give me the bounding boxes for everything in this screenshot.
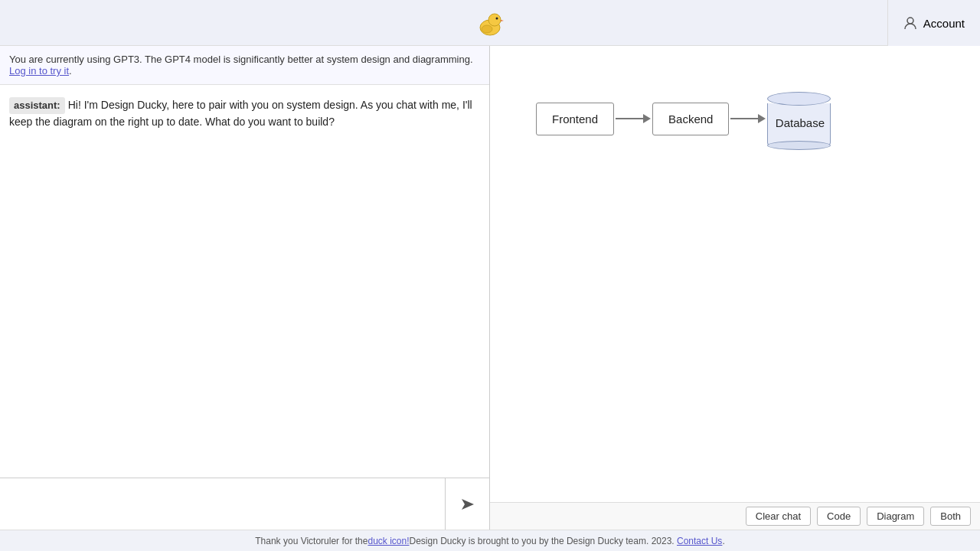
send-button[interactable] [445,478,489,530]
arrow-line-2 [730,118,758,119]
chat-input[interactable] [0,478,445,530]
cylinder-bottom-ellipse [767,141,831,150]
node-database-label: Database [776,116,825,129]
chat-message: assistant:Hi! I'm Design Ducky, here to … [9,97,480,130]
header: Account [0,0,980,46]
footer: Thank you Victoruler for the duck icon! … [0,530,980,551]
left-panel: You are currently using GPT3. The GPT4 m… [0,46,490,530]
arrow-frontend-backend [616,114,651,123]
node-backend-label: Backend [668,112,713,126]
arrow-head [643,114,651,123]
footer-text-after: Design Ducky is brought to you by the De… [409,536,674,546]
arrow-head-2 [758,114,766,123]
cylinder-top-ellipse [767,92,831,106]
footer-contact-link[interactable]: Contact Us [677,536,722,546]
footer-duck-link[interactable]: duck icon! [368,536,409,546]
banner: You are currently using GPT3. The GPT4 m… [0,46,489,85]
footer-text-before: Thank you Victoruler for the [255,536,368,546]
svg-point-5 [907,18,913,24]
diagram-container: Frontend Backend [536,92,832,145]
duck-logo-icon [472,5,508,41]
send-icon [460,497,475,512]
input-area [0,478,489,530]
message-role-label: assistant: [9,97,65,114]
right-panel: Frontend Backend [490,46,980,530]
main-content: You are currently using GPT3. The GPT4 m… [0,46,980,530]
diagram-node-frontend: Frontend [536,103,614,135]
banner-text: You are currently using GPT3. The GPT4 m… [9,54,473,65]
logo [472,5,508,41]
clear-chat-button[interactable]: Clear chat [746,507,811,526]
arrow-backend-database [730,114,766,123]
node-frontend-label: Frontend [552,112,598,126]
diagram-button[interactable]: Diagram [867,507,924,526]
bottom-toolbar: Clear chat Code Diagram Both [490,502,980,530]
diagram-node-database: Database [767,92,832,145]
both-button[interactable]: Both [930,507,971,526]
message-content: Hi! I'm Design Ducky, here to pair with … [9,99,472,128]
arrow-line [616,118,643,119]
svg-point-3 [496,17,498,19]
account-icon [903,16,917,30]
diagram-area: Frontend Backend [490,46,980,502]
svg-marker-4 [501,20,504,21]
account-button[interactable]: Account [887,0,980,46]
account-label: Account [923,17,965,30]
banner-period: . [69,65,72,77]
code-button[interactable]: Code [817,507,861,526]
svg-point-1 [488,14,501,26]
footer-end-period: . [722,536,724,546]
diagram-node-backend: Backend [652,103,729,135]
chat-area: assistant:Hi! I'm Design Ducky, here to … [0,85,489,478]
banner-login-link[interactable]: Log in to try it [9,65,69,77]
svg-point-2 [482,25,492,33]
